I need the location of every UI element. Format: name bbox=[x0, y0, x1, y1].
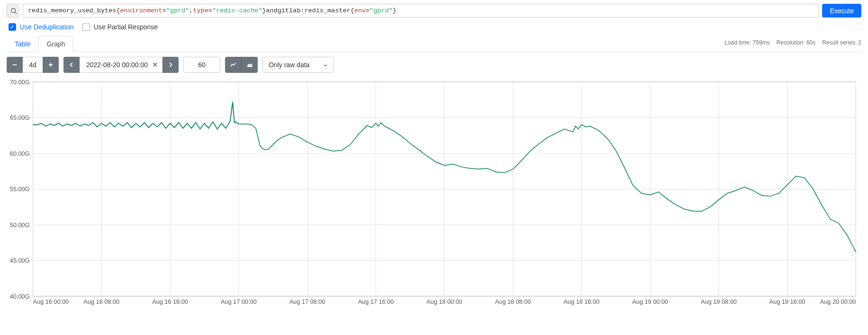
use-partial-response-checkbox[interactable]: Use Partial Response bbox=[82, 23, 158, 31]
time-series-chart[interactable]: 40.00G45.00G50.00G55.00G60.00G65.00G70.0… bbox=[7, 79, 861, 309]
svg-text:Aug 18 16:00: Aug 18 16:00 bbox=[564, 298, 600, 305]
svg-text:Aug 18 00:00: Aug 18 00:00 bbox=[426, 298, 462, 305]
svg-text:Aug 19 08:00: Aug 19 08:00 bbox=[701, 298, 737, 305]
time-navigator: 2022-08-20 00:00:00 ✕ bbox=[63, 57, 179, 73]
svg-text:Aug 16 00:00: Aug 16 00:00 bbox=[33, 298, 69, 305]
use-partial-response-label: Use Partial Response bbox=[94, 23, 158, 31]
svg-text:Aug 17 08:00: Aug 17 08:00 bbox=[289, 298, 326, 305]
svg-text:55.00G: 55.00G bbox=[10, 185, 30, 193]
svg-text:Aug 17 00:00: Aug 17 00:00 bbox=[221, 298, 257, 305]
tab-graph[interactable]: Graph bbox=[38, 36, 73, 52]
chart-container: 40.00G45.00G50.00G55.00G60.00G65.00G70.0… bbox=[7, 79, 861, 309]
chart-mode-group bbox=[225, 57, 258, 73]
execute-button[interactable]: Execute bbox=[822, 4, 861, 18]
tab-table[interactable]: Table bbox=[7, 36, 38, 52]
status-series-count: Result series: 2 bbox=[822, 39, 861, 46]
area-chart-icon[interactable] bbox=[241, 57, 258, 73]
svg-text:Aug 19 16:00: Aug 19 16:00 bbox=[769, 298, 805, 305]
range-decrease-button[interactable] bbox=[7, 57, 23, 73]
use-deduplication-checkbox[interactable]: ✓ Use Deduplication bbox=[9, 23, 74, 31]
range-increase-button[interactable] bbox=[43, 57, 59, 73]
svg-text:45.00G: 45.00G bbox=[10, 257, 30, 264]
data-mode-select[interactable]: Only raw data bbox=[262, 57, 334, 73]
time-next-button[interactable] bbox=[163, 57, 179, 73]
svg-point-0 bbox=[11, 8, 15, 12]
clear-time-icon[interactable]: ✕ bbox=[152, 61, 158, 69]
svg-text:70.00G: 70.00G bbox=[10, 79, 30, 86]
use-deduplication-label: Use Deduplication bbox=[20, 23, 74, 31]
end-time-input[interactable]: 2022-08-20 00:00:00 ✕ bbox=[80, 57, 163, 73]
data-mode-value: Only raw data bbox=[269, 61, 309, 69]
status-load-time: Load time: 759ms bbox=[724, 39, 769, 46]
line-chart-icon[interactable] bbox=[225, 57, 241, 73]
time-prev-button[interactable] bbox=[63, 57, 80, 73]
svg-text:Aug 17 16:00: Aug 17 16:00 bbox=[358, 298, 394, 305]
end-time-value: 2022-08-20 00:00:00 bbox=[86, 61, 148, 69]
query-input[interactable]: redis_memory_used_bytes{environment="gpr… bbox=[23, 4, 819, 18]
checkbox-checked-icon: ✓ bbox=[9, 23, 16, 31]
svg-text:50.00G: 50.00G bbox=[10, 221, 30, 229]
svg-text:Aug 20 00:00: Aug 20 00:00 bbox=[820, 298, 856, 305]
svg-text:Aug 16 08:00: Aug 16 08:00 bbox=[83, 298, 119, 305]
svg-text:40.00G: 40.00G bbox=[10, 293, 30, 300]
step-input[interactable]: 60 bbox=[183, 57, 220, 73]
svg-text:Aug 16 16:00: Aug 16 16:00 bbox=[152, 298, 188, 305]
svg-text:65.00G: 65.00G bbox=[10, 114, 30, 121]
svg-text:Aug 19 00:00: Aug 19 00:00 bbox=[632, 298, 668, 305]
checkbox-unchecked-icon bbox=[82, 23, 90, 31]
svg-line-1 bbox=[15, 12, 17, 14]
status-resolution: Resolution: 60s bbox=[777, 39, 816, 46]
range-stepper: 4d bbox=[7, 57, 59, 73]
svg-text:60.00G: 60.00G bbox=[10, 150, 30, 157]
svg-text:Aug 18 08:00: Aug 18 08:00 bbox=[495, 298, 531, 305]
search-icon bbox=[7, 4, 20, 18]
range-input[interactable]: 4d bbox=[23, 57, 43, 73]
